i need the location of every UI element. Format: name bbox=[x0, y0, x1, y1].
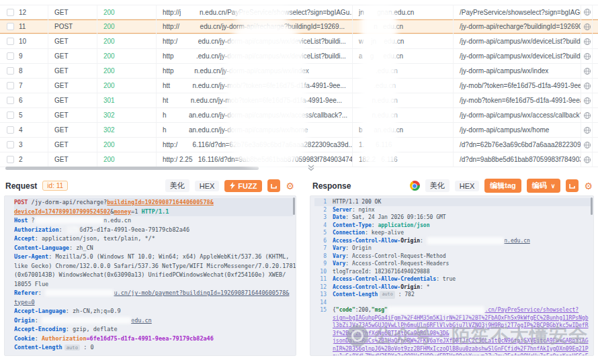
code-token: Access-Control-Allow- bbox=[333, 237, 400, 245]
code-token: Accept-Language bbox=[14, 308, 66, 314]
website-icon-cell[interactable] bbox=[581, 19, 593, 34]
code-token: Origin bbox=[400, 283, 420, 291]
globe-icon bbox=[583, 82, 591, 90]
code-token: like Gecko) Chrome/132.0.0.0 Safari/537.… bbox=[14, 263, 296, 269]
row-checkbox[interactable] bbox=[7, 126, 14, 134]
code-token: Content-Type bbox=[333, 222, 372, 230]
code-line: l3bZiJVz73A5wGUJQVwLlPh6muUln6RFlVlvbGju… bbox=[314, 322, 591, 330]
cell-pad bbox=[593, 108, 598, 122]
row-checkbox[interactable] bbox=[7, 38, 14, 45]
table-row[interactable]: 12GET200http://j n.edu.cn/PayPreService/… bbox=[0, 5, 598, 19]
wrap-toggle-button[interactable] bbox=[566, 179, 579, 192]
code-line: nIR%2B356qlnpJ6%2BoVot9zz2BFHMxIczoQlB8u… bbox=[314, 345, 591, 353]
request-panel-title: Request bbox=[5, 181, 37, 191]
globe-icon bbox=[583, 126, 591, 134]
line-number bbox=[314, 330, 327, 338]
response-editor[interactable]: 1HTTP/1.1 200 OK2Server: nginx3Date: Sat… bbox=[310, 195, 594, 356]
code-line: 4Content-Type: application/json bbox=[314, 222, 591, 230]
website-icon-cell[interactable] bbox=[581, 34, 593, 48]
editor-vertical-scrollbar[interactable] bbox=[293, 197, 295, 215]
code-token: : Access-Control-Request-Headers bbox=[345, 260, 449, 268]
wrap-toggle-button[interactable] bbox=[267, 179, 280, 192]
line-number: 12 bbox=[314, 283, 327, 291]
website-icon-cell[interactable] bbox=[581, 93, 593, 107]
cell-pad bbox=[593, 79, 598, 93]
beautify-button[interactable]: 美化 bbox=[425, 179, 450, 192]
cell-pad bbox=[593, 123, 598, 137]
beautify-button[interactable]: 美化 bbox=[165, 179, 189, 192]
cell-id: 11 bbox=[0, 19, 48, 34]
cell-status: 200 bbox=[97, 79, 157, 93]
table-horizontal-scrollbar[interactable] bbox=[5, 167, 259, 170]
cell-path: /jy-dorm-api/recharge?buildingId=1926908… bbox=[454, 19, 581, 34]
response-panel: Response 美化 HEX 编辑tag 编码 ∨ ⚙ 1HTTP/1.1 2… bbox=[307, 176, 598, 356]
table-row[interactable]: 11POST200http:// edu.cn/jy-dorm-api/rech… bbox=[0, 19, 598, 34]
row-checkbox[interactable] bbox=[7, 82, 14, 89]
code-line: 3Date: Sat, 24 Jan 2026 09:16:50 GMT bbox=[314, 214, 591, 222]
cell-id: 9 bbox=[0, 49, 48, 63]
cell-status: 302 bbox=[97, 123, 157, 137]
lightning-icon bbox=[230, 182, 235, 189]
code-token: 6d75-d1fa-4991-9eea-79179cb82a46 bbox=[79, 226, 189, 233]
cell-status: 200 bbox=[97, 64, 157, 78]
row-checkbox[interactable] bbox=[7, 23, 14, 30]
cell-pad bbox=[593, 5, 598, 19]
row-checkbox[interactable] bbox=[7, 67, 14, 75]
code-token: : 782 bbox=[395, 291, 415, 299]
code-line: 6Access-Control-Allow-Origin: n.edu.cn bbox=[314, 237, 591, 245]
row-checkbox[interactable] bbox=[7, 97, 14, 104]
website-icon-cell[interactable] bbox=[581, 138, 593, 152]
chrome-browser-icon[interactable] bbox=[410, 181, 420, 191]
website-icon-cell[interactable] bbox=[581, 79, 593, 93]
settings-gear-icon[interactable]: ⚙ bbox=[286, 181, 294, 191]
row-checkbox[interactable] bbox=[7, 9, 14, 16]
code-token: : true bbox=[436, 275, 456, 283]
line-number: 6 bbox=[314, 237, 327, 245]
website-icon-cell[interactable] bbox=[581, 64, 593, 78]
code-token: : Mozilla/5.0 (Windows NT 10.0; Win64; x… bbox=[48, 253, 289, 260]
hex-button[interactable]: HEX bbox=[455, 181, 480, 191]
collapse-panel-icon[interactable] bbox=[307, 164, 315, 172]
redaction-blob bbox=[224, 20, 309, 169]
settings-gear-icon[interactable]: ⚙ bbox=[584, 181, 593, 191]
website-icon-cell[interactable] bbox=[581, 108, 593, 122]
edit-tag-button[interactable]: 编辑tag bbox=[484, 179, 521, 193]
code-line: Authorization: 6fe16d75-d1fa-4991-9eea-7… bbox=[14, 226, 293, 235]
row-checkbox[interactable] bbox=[7, 52, 14, 60]
code-token: Referer bbox=[14, 289, 38, 296]
line-number: 1 bbox=[314, 198, 327, 206]
cell-id: 4 bbox=[0, 123, 48, 137]
code-token: POST bbox=[14, 199, 28, 206]
line-number: 8 bbox=[314, 253, 327, 261]
cell-pad bbox=[593, 19, 598, 34]
code-token: Accept bbox=[14, 235, 35, 242]
website-icon-cell[interactable] bbox=[581, 49, 593, 63]
website-icon-cell[interactable] bbox=[581, 5, 593, 19]
row-checkbox[interactable] bbox=[7, 156, 14, 163]
line-number bbox=[314, 353, 327, 356]
line-number: 15 bbox=[314, 306, 327, 314]
code-line: 2Server: nginx bbox=[314, 206, 591, 214]
request-editor[interactable]: POST /jy-dorm-api/recharge?buildingId=19… bbox=[4, 195, 296, 356]
cell-id: 5 bbox=[0, 108, 48, 122]
encode-dropdown[interactable]: 编码 ∨ bbox=[527, 179, 561, 193]
cell-status: 200 bbox=[97, 34, 157, 48]
row-checkbox[interactable] bbox=[7, 111, 14, 119]
code-token: Connection bbox=[333, 229, 365, 237]
http-history-screen: 12GET200http://j n.edu.cn/PayPreService/… bbox=[0, 0, 598, 364]
cell-method: GET bbox=[48, 5, 97, 19]
code-line: Content-Language: zh_CN bbox=[14, 244, 293, 253]
code-token: : zh_CN bbox=[69, 244, 93, 251]
row-checkbox[interactable] bbox=[7, 141, 14, 148]
code-token: 6fe1 bbox=[66, 226, 79, 233]
website-icon-cell[interactable] bbox=[581, 123, 593, 137]
hex-button[interactable]: HEX bbox=[195, 181, 220, 191]
editor-vertical-scrollbar[interactable] bbox=[591, 197, 593, 215]
cell-method: GET bbox=[48, 79, 97, 93]
code-token: :200, bbox=[355, 306, 372, 314]
cell-id: 2 bbox=[0, 152, 48, 167]
website-icon-cell[interactable] bbox=[581, 152, 593, 167]
fuzz-button[interactable]: FUZZ bbox=[224, 180, 262, 192]
line-number bbox=[314, 322, 327, 330]
code-token: buildingId=1926908716440600578& bbox=[107, 199, 214, 206]
